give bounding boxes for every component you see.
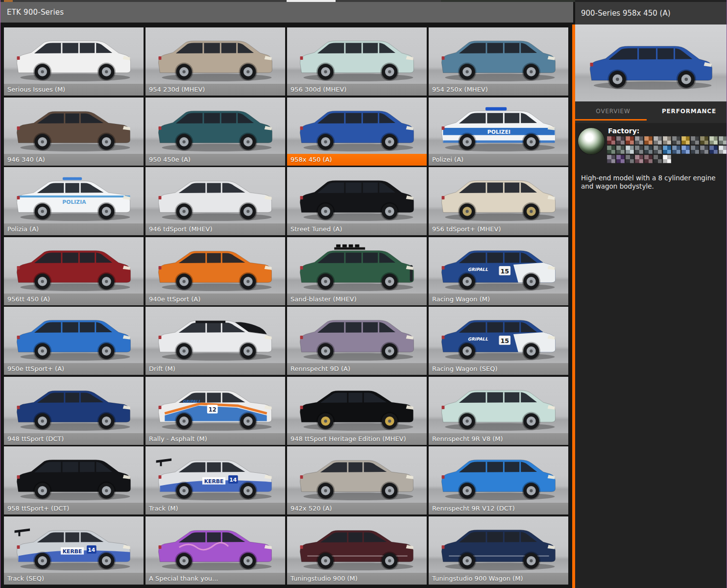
vehicle-card[interactable]: Tuningstudio 900 (M) — [287, 516, 427, 585]
vehicle-config-label: Street Tuned (A) — [287, 223, 427, 235]
vehicle-card[interactable]: 958x 450 (A) — [287, 98, 427, 166]
color-swatch[interactable] — [654, 155, 662, 163]
vehicle-card[interactable]: GRIPALL15 Racing Wagon (SEQ) — [429, 307, 568, 375]
vehicle-config-label: 958 ttSport+ (DCT) — [4, 503, 144, 514]
vehicle-config-label: Sand-blaster (MHEV) — [287, 294, 427, 305]
vehicle-card[interactable]: KERBE14 Track (M) — [145, 446, 285, 514]
svg-text:POLIZEI: POLIZEI — [487, 128, 510, 135]
vehicle-config-label: Tuningstudio 900 Wagon (M) — [429, 573, 568, 585]
color-swatch[interactable] — [709, 136, 718, 145]
vehicle-config-label: A Special thank you... — [145, 573, 285, 585]
vehicle-config-label: 946 340 (A) — [4, 154, 144, 166]
color-swatch[interactable] — [672, 136, 680, 145]
color-swatch[interactable] — [607, 146, 615, 154]
svg-text:12: 12 — [208, 406, 216, 413]
svg-text:GRIPALL: GRIPALL — [468, 337, 488, 342]
vehicle-card[interactable]: 946 tdSport (MHEV) — [145, 167, 285, 235]
selected-vehicle-image — [575, 24, 727, 101]
vehicle-config-selector: ETK 900-Series Serious Issues (M) 954 23… — [0, 0, 727, 588]
vehicle-config-label: 940e ttSport (A) — [145, 294, 285, 305]
color-swatch[interactable] — [644, 155, 653, 163]
vehicle-card[interactable]: Rennspecht 9R V8 (M) — [429, 377, 568, 445]
vehicle-config-label: 946 tdSport (MHEV) — [145, 223, 285, 235]
vehicle-card[interactable]: POLIZEI Polizei (A) — [429, 98, 568, 166]
vehicle-config-label: Track (SEQ) — [4, 573, 144, 585]
vehicle-card[interactable]: 956 tdSport+ (MHEV) — [429, 167, 568, 235]
color-swatch[interactable] — [700, 146, 708, 154]
tab-overview[interactable]: OVERVIEW — [575, 101, 651, 123]
svg-text:15: 15 — [500, 267, 509, 274]
vehicle-config-label: Racing Wagon (M) — [429, 294, 568, 305]
color-swatch[interactable] — [626, 146, 634, 154]
color-swatch[interactable] — [635, 146, 643, 154]
vehicle-card[interactable]: 956 300d (MHEV) — [287, 27, 427, 96]
color-swatch[interactable] — [626, 155, 634, 163]
vehicle-card[interactable]: 958 ttSport+ (DCT) — [4, 446, 144, 514]
vehicle-config-label: Serious Issues (M) — [4, 84, 144, 96]
color-swatch[interactable] — [681, 136, 690, 145]
color-swatch[interactable] — [719, 146, 727, 154]
vehicle-card[interactable]: POLIZIA Polizia (A) — [4, 167, 144, 235]
vehicle-config-label: 956tt 450 (A) — [4, 294, 144, 305]
color-swatch[interactable] — [616, 155, 625, 163]
vehicle-card[interactable]: 948 ttSport Heritage Edition (MHEV) — [287, 377, 427, 445]
vehicle-card[interactable]: 946 340 (A) — [4, 98, 144, 166]
vehicle-config-label: Drift (M) — [145, 363, 285, 375]
color-swatch[interactable] — [616, 146, 625, 154]
vehicle-card[interactable]: A Special thank you... — [145, 516, 285, 585]
color-swatch[interactable] — [691, 146, 699, 154]
vehicle-config-label: Polizei (A) — [429, 154, 568, 166]
tab-performance[interactable]: PERFORMANCE — [651, 101, 727, 123]
vehicle-card[interactable]: Sand-blaster (MHEV) — [287, 237, 427, 305]
color-swatch[interactable] — [663, 146, 671, 154]
color-swatch[interactable] — [691, 136, 699, 145]
vehicle-card[interactable]: Rennspecht 9D (A) — [287, 307, 427, 375]
vehicle-card[interactable]: Serious Issues (M) — [4, 27, 144, 96]
color-swatch[interactable] — [654, 146, 662, 154]
page-title: ETK 900-Series — [7, 8, 64, 17]
color-swatch[interactable] — [709, 146, 718, 154]
vehicle-card[interactable]: Rennspecht 9R V12 (DCT) — [429, 446, 568, 514]
vehicle-card[interactable]: 940e ttSport (A) — [145, 237, 285, 305]
color-swatch[interactable] — [681, 146, 690, 154]
color-swatch[interactable] — [719, 136, 727, 145]
color-swatch[interactable] — [700, 136, 708, 145]
vehicle-card[interactable]: Drift (M) — [145, 307, 285, 375]
color-swatch[interactable] — [607, 136, 615, 145]
vehicle-card[interactable]: 954 230d (MHEV) — [145, 27, 285, 96]
vehicle-config-label: 950 450e (A) — [145, 154, 285, 166]
vehicle-card[interactable]: 950 450e (A) — [145, 98, 285, 166]
paint-preview-thumbnail[interactable] — [578, 128, 605, 154]
tab-performance-label: PERFORMANCE — [662, 108, 716, 115]
vehicle-card[interactable]: 942x 520 (A) — [287, 446, 427, 514]
vehicle-card[interactable]: GRIPALL12 Rally - Asphalt (M) — [145, 377, 285, 445]
vehicle-grid: Serious Issues (M) 954 230d (MHEV) 956 3… — [4, 27, 568, 585]
color-swatch[interactable] — [672, 146, 680, 154]
vehicle-config-label: 950e ttSport+ (A) — [4, 363, 144, 375]
color-swatch[interactable] — [616, 136, 625, 145]
color-swatch[interactable] — [635, 136, 643, 145]
vehicle-config-label: 942x 520 (A) — [287, 503, 427, 514]
color-swatch[interactable] — [644, 146, 653, 154]
color-swatch[interactable] — [663, 155, 671, 163]
color-swatch[interactable] — [644, 136, 653, 145]
svg-text:GRIPALL: GRIPALL — [183, 399, 201, 404]
vehicle-config-label: Tuningstudio 900 (M) — [287, 573, 427, 585]
vehicle-card[interactable]: Tuningstudio 900 Wagon (M) — [429, 516, 568, 585]
vehicle-config-label: 956 tdSport+ (MHEV) — [429, 223, 568, 235]
vehicle-card[interactable]: Street Tuned (A) — [287, 167, 427, 235]
vehicle-card[interactable]: 956tt 450 (A) — [4, 237, 144, 305]
color-swatch[interactable] — [607, 155, 615, 163]
color-swatch[interactable] — [654, 136, 662, 145]
panel-tabs: OVERVIEW PERFORMANCE — [575, 101, 727, 123]
color-swatch[interactable] — [626, 136, 634, 145]
vehicle-config-label: 956 300d (MHEV) — [287, 84, 427, 96]
vehicle-card[interactable]: KERBE14 Track (SEQ) — [4, 516, 144, 585]
vehicle-card[interactable]: 950e ttSport+ (A) — [4, 307, 144, 375]
svg-text:KERBE: KERBE — [63, 548, 82, 554]
color-swatch[interactable] — [635, 155, 643, 163]
vehicle-card[interactable]: GRIPALL15 Racing Wagon (M) — [429, 237, 568, 305]
color-swatch[interactable] — [663, 136, 671, 145]
vehicle-card[interactable]: 948 ttSport (DCT) — [4, 377, 144, 445]
vehicle-card[interactable]: 954 250x (MHEV) — [429, 27, 568, 96]
